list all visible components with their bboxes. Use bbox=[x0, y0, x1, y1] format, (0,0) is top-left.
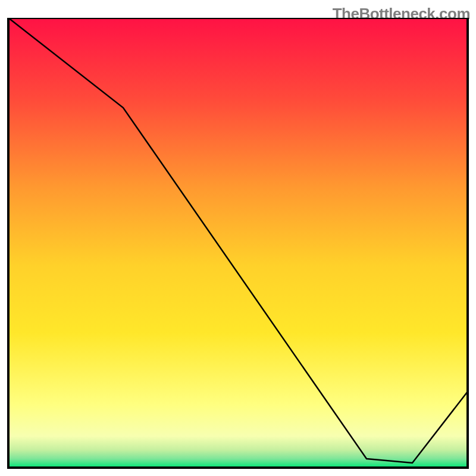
bottleneck-chart bbox=[5, 18, 471, 471]
gradient-background bbox=[8, 18, 468, 468]
chart-container: TheBottleneck.com bbox=[0, 0, 476, 476]
